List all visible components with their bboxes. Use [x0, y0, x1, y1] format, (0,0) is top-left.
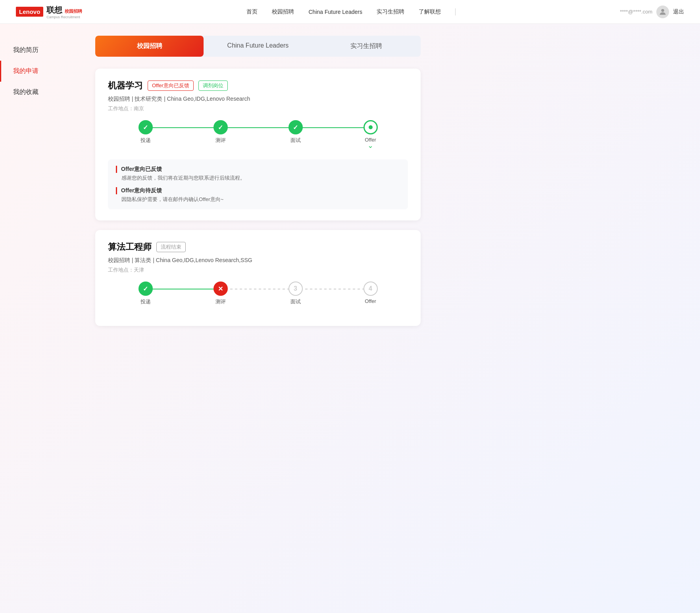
- tabs-bar: 校园招聘 China Future Leaders 实习生招聘: [95, 36, 421, 57]
- info-title-0-0: Offer意向已反馈: [116, 166, 400, 173]
- sidebar-item-resume[interactable]: 我的简历: [0, 40, 79, 61]
- connector-1-0: [146, 127, 221, 128]
- connector-2-0: [221, 127, 296, 128]
- step-assess-0: 测评: [183, 120, 258, 144]
- logout-button[interactable]: 退出: [673, 8, 684, 15]
- progress-row-1: 投递 测评 3 面试: [108, 282, 408, 305]
- step-circle-interview-0: [288, 120, 303, 134]
- location-value-0: 南京: [134, 105, 144, 111]
- logo-area: Lenovo 联想 校园招聘 Campus Recruitment: [16, 5, 82, 19]
- step-number-3: 3: [294, 285, 297, 292]
- sidebar-item-applications[interactable]: 我的申请: [0, 61, 79, 82]
- step-circle-offer-0: [363, 120, 378, 134]
- tag-offer-0[interactable]: Offer意向已反馈: [148, 80, 194, 91]
- step-label-submit-1: 投递: [140, 298, 151, 305]
- application-card-0: 机器学习 Offer意向已反馈 调剂岗位 校园招聘 | 技术研究类 | Chin…: [95, 69, 421, 220]
- step-interview-1: 3 面试: [258, 282, 333, 305]
- checkmark-icon-2: [218, 124, 223, 131]
- step-submit-0: 投递: [108, 120, 183, 144]
- lenovo-logo: Lenovo: [16, 7, 43, 17]
- checkmark-icon: [143, 124, 148, 131]
- crossmark-icon: [218, 285, 223, 293]
- avatar[interactable]: [656, 6, 669, 18]
- connector-2-1: [221, 289, 296, 289]
- info-body-0-0: 感谢您的反馈，我们将在近期与您联系进行后续流程。: [116, 174, 400, 182]
- content-area: 校园招聘 China Future Leaders 实习生招聘 机器学习 Off…: [79, 24, 437, 613]
- nav-about[interactable]: 了解联想: [419, 8, 441, 15]
- job-meta-0: 校园招聘 | 技术研究类 | China Geo,IDG,Lenovo Rese…: [108, 96, 408, 103]
- connector-3-0: [296, 127, 371, 128]
- step-circle-offer-1: 4: [363, 282, 378, 296]
- job-location-1: 工作地点：天津: [108, 266, 408, 274]
- job-title-row-1: 算法工程师 流程结束: [108, 241, 408, 253]
- step-number-4: 4: [369, 285, 372, 292]
- main-nav: 首页 校园招聘 China Future Leaders 实习生招聘 了解联想: [246, 8, 455, 15]
- checkmark-icon-3: [293, 124, 298, 131]
- tab-intern[interactable]: 实习生招聘: [312, 36, 421, 57]
- logo-campus: 校园招聘: [65, 8, 82, 14]
- step-label-interview-0: 面试: [290, 137, 301, 144]
- step-offer-0: Offer ⌄: [333, 120, 408, 150]
- step-label-submit-0: 投递: [140, 137, 151, 144]
- sidebar: 我的简历 我的申请 我的收藏: [0, 24, 79, 613]
- logo-en: Campus Recruitment: [46, 15, 82, 19]
- connector-1-1: [146, 289, 221, 289]
- job-title-row-0: 机器学习 Offer意向已反馈 调剂岗位: [108, 80, 408, 92]
- logo-cn: 联想: [46, 6, 62, 14]
- info-item-0-1: Offer意向待反馈 因隐私保护需要，请在邮件内确认Offer意向~: [116, 187, 400, 203]
- tag-end-1[interactable]: 流程结束: [156, 242, 186, 252]
- job-location-0: 工作地点：南京: [108, 105, 408, 112]
- step-circle-assess-0: [213, 120, 228, 134]
- nav-campus[interactable]: 校园招聘: [272, 8, 294, 15]
- nav-cfl[interactable]: China Future Leaders: [308, 9, 362, 15]
- step-assess-1: 测评: [183, 282, 258, 305]
- step-label-assess-1: 测评: [215, 298, 226, 305]
- nav-divider: [455, 8, 456, 15]
- step-circle-interview-1: 3: [288, 282, 303, 296]
- step-submit-1: 投递: [108, 282, 183, 305]
- user-area: ****@****.com 退出: [620, 6, 684, 18]
- step-interview-0: 面试: [258, 120, 333, 144]
- location-label-0: 工作地点：: [108, 105, 134, 111]
- tab-cfl[interactable]: China Future Leaders: [204, 36, 312, 57]
- chevron-down-icon: ⌄: [367, 141, 373, 150]
- tab-campus[interactable]: 校园招聘: [95, 36, 204, 57]
- step-label-assess-0: 测评: [215, 137, 226, 144]
- location-value-1: 天津: [134, 267, 144, 273]
- info-title-0-1: Offer意向待反馈: [116, 187, 400, 194]
- application-card-1: 算法工程师 流程结束 校园招聘 | 算法类 | China Geo,IDG,Le…: [95, 230, 421, 326]
- main-layout: 我的简历 我的申请 我的收藏 校园招聘 China Future Leaders…: [0, 24, 700, 613]
- step-circle-assess-1: [213, 282, 228, 296]
- header: Lenovo 联想 校园招聘 Campus Recruitment 首页 校园招…: [0, 0, 700, 24]
- step-circle-submit-0: [138, 120, 153, 134]
- current-dot: [369, 125, 373, 129]
- job-title-1: 算法工程师: [108, 241, 152, 253]
- nav-intern[interactable]: 实习生招聘: [377, 8, 404, 15]
- sidebar-item-favorites[interactable]: 我的收藏: [0, 82, 79, 103]
- step-offer-1: 4 Offer: [333, 282, 408, 304]
- step-circle-submit-1: [138, 282, 153, 296]
- job-title-0: 机器学习: [108, 80, 143, 92]
- tag-adjust-0[interactable]: 调剂岗位: [198, 80, 228, 91]
- checkmark-icon-s1: [143, 285, 148, 293]
- info-item-0-0: Offer意向已反馈 感谢您的反馈，我们将在近期与您联系进行后续流程。: [116, 166, 400, 182]
- location-label-1: 工作地点：: [108, 267, 134, 273]
- logo-cn-area: 联想 校园招聘 Campus Recruitment: [46, 5, 82, 19]
- progress-row-0: 投递 测评 面试: [108, 120, 408, 150]
- info-body-0-1: 因隐私保护需要，请在邮件内确认Offer意向~: [116, 196, 400, 203]
- info-section-0: Offer意向已反馈 感谢您的反馈，我们将在近期与您联系进行后续流程。 Offe…: [108, 159, 408, 209]
- connector-3-1: [296, 289, 371, 289]
- nav-home[interactable]: 首页: [246, 8, 258, 15]
- user-email: ****@****.com: [620, 9, 652, 15]
- step-label-interview-1: 面试: [290, 298, 301, 305]
- job-meta-1: 校园招聘 | 算法类 | China Geo,IDG,Lenovo Resear…: [108, 257, 408, 264]
- step-label-offer-1: Offer: [365, 298, 376, 304]
- svg-point-0: [661, 9, 664, 11]
